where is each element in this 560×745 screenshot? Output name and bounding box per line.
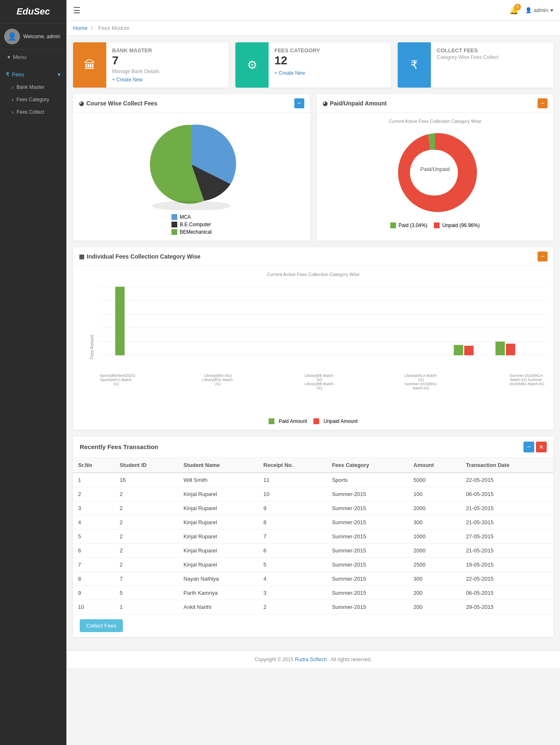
- cell-student-id: 2: [115, 557, 179, 572]
- table-row: 7 2 Kinjal Ruparel 5 Summer-2015 2500 19…: [73, 557, 553, 572]
- transactions-table-wrapper: Sr.No Student ID Student Name Receipt No…: [73, 458, 553, 614]
- rupee-icon: ₹: [411, 58, 418, 72]
- bar-paid-10: [496, 342, 505, 355]
- cell-student-name: Will Smith: [179, 473, 259, 487]
- paid-unpaid-panel: ◕ Paid/Unpaid Amount − Current Active Fe…: [317, 94, 554, 241]
- charts-row: ◕ Course Wise Collect Fees −: [73, 94, 553, 241]
- cell-amount: 5000: [408, 473, 461, 487]
- bell-icon[interactable]: 🔔 8: [509, 6, 518, 15]
- menu-label: Menu: [13, 54, 27, 60]
- cell-category: Summer-2015: [327, 529, 408, 543]
- bullet-icon: ›: [12, 84, 14, 90]
- chevron-down-icon: ▾: [58, 71, 61, 78]
- sidebar-menu-toggle[interactable]: ▾ Menu: [0, 50, 66, 64]
- sidebar-item-label: Fees Category: [17, 97, 49, 103]
- collect-fees-button[interactable]: Collect Fees: [80, 619, 123, 632]
- notification-badge: 8: [514, 4, 521, 10]
- main-content: ☰ 🔔 8 👤 admin ▾ Home / Fees Module: [66, 0, 560, 745]
- sidebar-fees-toggle[interactable]: ₹ Fees ▾: [0, 68, 66, 81]
- cell-student-name: Kinjal Ruparel: [179, 515, 259, 529]
- bar-unpaid-8: [464, 346, 474, 355]
- cell-amount: 300: [408, 572, 461, 586]
- sidebar-fees-label: Fees: [12, 71, 24, 78]
- footer-brand-link[interactable]: Rudra Softech: [295, 657, 327, 662]
- bar-chart-title: ▩ Individual Fees Collection Category Wi…: [79, 253, 201, 260]
- col-category: Fees Category: [327, 458, 408, 473]
- sidebar-item-label: Fees Collect: [17, 109, 44, 115]
- table-row: 10 1 Ankit Narthi 2 Summer-2015 200 29-0…: [73, 600, 553, 614]
- bank-master-title: BANK MASTER: [112, 47, 223, 54]
- bar-chart-header: ▩ Individual Fees Collection Category Wi…: [73, 247, 553, 266]
- sidebar-item-fees-category[interactable]: › Fees Category: [0, 93, 66, 106]
- course-fees-minimize-button[interactable]: −: [294, 98, 304, 108]
- fees-category-number: 12: [274, 54, 385, 68]
- cell-receipt: 9: [259, 501, 327, 515]
- cell-student-name: Kinjal Ruparel: [179, 501, 259, 515]
- legend-unpaid-label: Unpaid (96.96%): [442, 222, 479, 228]
- cell-date: 06-05-2015: [461, 586, 553, 600]
- hamburger-icon[interactable]: ☰: [73, 5, 81, 15]
- table-row: 5 2 Kinjal Ruparel 7 Summer-2015 1000 27…: [73, 529, 553, 543]
- cell-amount: 300: [408, 515, 461, 529]
- legend-be-computer-label: B.E.Computer: [180, 222, 211, 227]
- cell-date: 21-05-2015: [461, 543, 553, 557]
- breadcrumb-home[interactable]: Home: [73, 25, 88, 31]
- cell-category: Summer-2015: [327, 557, 408, 572]
- donut-chart-svg: Paid/Unpaid: [385, 127, 485, 218]
- cell-sr: 9: [73, 586, 115, 600]
- cell-receipt: 11: [259, 473, 327, 487]
- pie-chart-icon: ◕: [79, 100, 84, 107]
- cell-student-id: 1: [115, 600, 179, 614]
- transactions-minimize-button[interactable]: −: [523, 442, 534, 452]
- bar-paid-label: Paid Amount: [279, 418, 307, 424]
- cell-student-name: Nayan Nathiya: [179, 572, 259, 586]
- donut-legend: Paid (3.04%) Unpaid (96.96%): [390, 222, 479, 228]
- cell-sr: 2: [73, 487, 115, 501]
- breadcrumb-current: Fees Module: [98, 25, 130, 31]
- cell-student-id: 5: [115, 586, 179, 600]
- x-label-5: Summer-2015(MCA-Batch-02) Summer-2015(MB…: [506, 374, 548, 390]
- cell-category: Summer-2015: [327, 572, 408, 586]
- fees-category-icon-box: ⚙: [235, 42, 269, 88]
- cell-student-id: 7: [115, 572, 179, 586]
- bank-master-create-link[interactable]: + Create New: [112, 77, 143, 83]
- footer-suffix: . All rights reserved.: [328, 657, 372, 662]
- topbar-left: ☰: [73, 5, 85, 15]
- bar-chart-body: Current Active Fees Collection Category …: [73, 266, 553, 430]
- cell-receipt: 2: [259, 600, 327, 614]
- cell-category: Summer-2015: [327, 543, 408, 557]
- bank-icon-box: 🏛: [73, 42, 106, 88]
- legend-mca: MCA: [171, 214, 212, 220]
- cell-category: Summer-2015: [327, 501, 408, 515]
- cell-student-name: Ankit Narthi: [179, 600, 259, 614]
- table-header-row: Sr.No Student ID Student Name Receipt No…: [73, 458, 553, 473]
- bar-chart-minimize-button[interactable]: −: [538, 252, 548, 261]
- transactions-tbody: 1 16 Will Smith 11 Sports 5000 22-05-201…: [73, 473, 553, 614]
- transactions-close-button[interactable]: ✕: [536, 442, 547, 452]
- fees-category-action[interactable]: + Create New: [274, 70, 385, 76]
- cell-date: 21-05-2015: [461, 501, 553, 515]
- sidebar-item-bank-master[interactable]: › Bank Master: [0, 81, 66, 93]
- legend-bemechanical-label: BEMechanical: [180, 229, 212, 235]
- cell-amount: 2000: [408, 501, 461, 515]
- bank-master-action[interactable]: + Create New: [112, 77, 223, 83]
- transactions-header: Recently Fees Transaction − ✕: [73, 437, 553, 458]
- collect-fees-subtitle: Category Wise Fees Collect: [437, 54, 548, 60]
- paid-unpaid-minimize-button[interactable]: −: [538, 98, 548, 108]
- sidebar-item-fees-collect[interactable]: › Fees Collect: [0, 106, 66, 118]
- user-info[interactable]: 👤 admin ▾: [525, 7, 553, 13]
- table-row: 1 16 Will Smith 11 Sports 5000 22-05-201…: [73, 473, 553, 487]
- cell-category: Summer-2015: [327, 586, 408, 600]
- cell-category: Summer-2015: [327, 487, 408, 501]
- cell-sr: 3: [73, 501, 115, 515]
- breadcrumb-separator: /: [91, 25, 93, 31]
- donut-chart-container: Current Active Fees Collection Category …: [323, 119, 548, 228]
- col-receipt: Receipt No.: [259, 458, 327, 473]
- cell-amount: 200: [408, 586, 461, 600]
- cell-amount: 100: [408, 487, 461, 501]
- legend-be-computer: B.E.Computer: [171, 222, 212, 227]
- fees-category-create-link[interactable]: + Create New: [274, 70, 305, 76]
- user-greeting: Welcome, admin: [23, 34, 60, 39]
- cell-receipt: 10: [259, 487, 327, 501]
- x-label-4: Library(MCA-Batch-01)Summer-2015(BSc-Bat…: [404, 374, 438, 390]
